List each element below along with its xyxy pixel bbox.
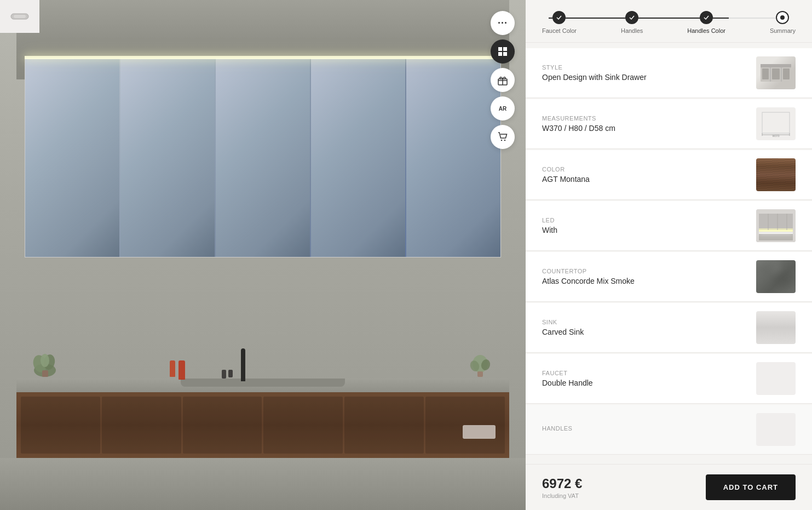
svg-rect-24 [783, 68, 790, 79]
config-value-countertop: Atlas Concorde Mix Smoke [542, 277, 748, 285]
svg-rect-9 [498, 47, 502, 51]
bathroom-scene [0, 0, 526, 510]
config-label-style: Style [542, 64, 748, 71]
plant-left [30, 348, 60, 379]
config-row-color[interactable]: Color AGT Montana [526, 150, 812, 200]
config-row-faucet[interactable]: Faucet Double Handle [526, 354, 812, 404]
config-text-sink: Sink Carved Sink [542, 319, 748, 336]
svg-rect-12 [503, 52, 507, 56]
towels [463, 425, 496, 439]
counter-items [170, 360, 185, 380]
config-value-sink: Carved Sink [542, 328, 748, 336]
config-text-handles: Handles [542, 425, 748, 434]
config-thumb-color [756, 158, 796, 191]
config-row-sink[interactable]: Sink Carved Sink [526, 303, 812, 353]
thumb-sink-inner [756, 311, 796, 344]
config-label-measurements: Measurements [542, 115, 748, 122]
svg-rect-8 [477, 371, 483, 377]
vanity-cabinet [16, 392, 509, 458]
mirror-cabinet [25, 58, 501, 257]
step-label-handles: Handles [621, 27, 643, 34]
config-thumb-faucet [756, 362, 796, 395]
shelf [21, 397, 100, 454]
svg-rect-31 [759, 214, 793, 230]
thumb-cabinet-inner [756, 56, 796, 89]
svg-rect-22 [762, 68, 769, 79]
plant-right [468, 354, 493, 379]
price-value: 6972 € [542, 476, 582, 491]
mirror-panel [216, 58, 310, 257]
config-text-faucet: Faucet Double Handle [542, 370, 748, 387]
config-value-measurements: W370 / H80 / D58 cm [542, 124, 748, 133]
progress-bar: Faucet Color Handles Handles Color [526, 0, 812, 43]
grid-view-button[interactable] [491, 39, 515, 64]
sink [181, 379, 345, 387]
config-value-led: With [542, 226, 748, 234]
svg-rect-25 [762, 112, 790, 133]
more-options-button[interactable]: ··· [491, 11, 515, 35]
config-value-color: AGT Montana [542, 175, 748, 184]
config-label-sink: Sink [542, 319, 748, 325]
step-label-faucet-color: Faucet Color [542, 27, 577, 34]
config-row-led[interactable]: LED With [526, 201, 812, 251]
config-label-handles: Handles [542, 425, 748, 432]
step-handles-color[interactable]: Handles Color [687, 11, 725, 34]
mirror-panel [311, 58, 405, 257]
config-text-countertop: Countertop Atlas Concorde Mix Smoke [542, 268, 748, 285]
thumb-led-inner [756, 209, 796, 242]
gift-button[interactable] [491, 68, 515, 92]
shelf [183, 397, 262, 454]
config-text-color: Color AGT Montana [542, 166, 748, 184]
led-strip [25, 56, 501, 59]
svg-rect-10 [503, 47, 507, 51]
faucet [241, 348, 245, 381]
config-thumb-countertop [756, 260, 796, 293]
svg-point-16 [501, 140, 502, 141]
config-label-led: LED [542, 217, 748, 224]
product-preview: ··· AR [0, 0, 526, 510]
thumb-wood-inner [756, 158, 796, 191]
thumb-handles-inner [756, 413, 796, 446]
config-row-style[interactable]: Style Open Design with Sink Drawer [526, 48, 812, 98]
price-block: 6972 € Including VAT [542, 476, 582, 499]
svg-rect-23 [772, 68, 780, 79]
config-content: Style Open Design with Sink Drawer [526, 43, 812, 464]
config-value-style: Open Design with Sink Drawer [542, 73, 748, 82]
thumb-measurements-inner: W370 [756, 107, 796, 140]
config-text-led: LED With [542, 217, 748, 234]
floor [0, 458, 526, 510]
svg-point-3 [41, 354, 49, 367]
step-handles[interactable]: Handles [621, 11, 643, 34]
svg-rect-34 [759, 232, 793, 240]
mirror-panel [25, 58, 119, 257]
cart-button[interactable] [491, 125, 515, 149]
config-thumb-led [756, 209, 796, 242]
step-label-summary: Summary [770, 27, 796, 34]
action-buttons: ··· AR [491, 11, 515, 149]
svg-point-17 [504, 140, 505, 141]
config-text-style: Style Open Design with Sink Drawer [542, 64, 748, 82]
config-panel: Faucet Color Handles Handles Color [526, 0, 812, 510]
config-text-measurements: Measurements W370 / H80 / D58 cm [542, 115, 748, 133]
config-label-countertop: Countertop [542, 268, 748, 274]
price-vat-label: Including VAT [542, 492, 582, 499]
config-row-measurements[interactable]: Measurements W370 / H80 / D58 cm W370 [526, 99, 812, 149]
step-circle-handles [625, 11, 638, 24]
add-to-cart-button[interactable]: ADD TO CART [706, 474, 796, 500]
config-row-countertop[interactable]: Countertop Atlas Concorde Mix Smoke [526, 252, 812, 302]
step-summary[interactable]: Summary [770, 11, 796, 34]
svg-rect-11 [498, 52, 502, 56]
ar-button[interactable]: AR [491, 96, 515, 121]
step-circle-handles-color [700, 11, 713, 24]
faucet-accessories [222, 370, 233, 379]
step-faucet-color[interactable]: Faucet Color [542, 11, 577, 34]
step-circle-summary [776, 11, 789, 24]
mirror-panel [120, 58, 215, 257]
thumb-faucet-inner [756, 362, 796, 395]
config-footer: 6972 € Including VAT ADD TO CART [526, 464, 812, 510]
step-label-handles-color: Handles Color [687, 27, 725, 34]
config-thumb-measurements: W370 [756, 107, 796, 140]
config-thumb-handles [756, 413, 796, 446]
config-value-faucet: Double Handle [542, 379, 748, 387]
config-row-handles[interactable]: Handles [526, 405, 812, 455]
